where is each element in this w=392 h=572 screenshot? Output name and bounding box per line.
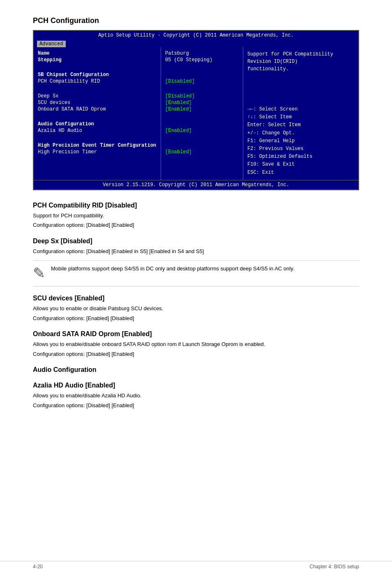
section-deep-sx-p1: Configuration options: [Disabled] [Enabl… <box>33 247 359 256</box>
bios-tab-row: Advanced <box>34 40 358 47</box>
bios-keys-section: →←: Select Screen ↑↓: Select Item Enter:… <box>247 106 354 177</box>
bios-azalia-label: Azalia HD Audio <box>38 128 157 134</box>
bios-spacer-3 <box>38 113 157 119</box>
bios-mid-spacer-1 <box>165 64 239 69</box>
bios-mid-spacer-3 <box>165 113 239 119</box>
section-onboard-sata: Onboard SATA RAID Oprom [Enabled] Allows… <box>33 330 359 358</box>
section-deep-sx-heading: Deep Sx [Disabled] <box>33 238 359 245</box>
section-scu-devices-p2: Configuration options: [Enabled] [Disabl… <box>33 314 359 323</box>
bios-key-f1: F1: General Help <box>247 137 354 145</box>
bios-name-value: Patsburg <box>165 51 239 56</box>
bios-audio-section: Audio Configuration <box>38 121 157 127</box>
bios-left-column: Name Stepping SB Chipset Configuration P… <box>34 47 161 180</box>
section-azalia-hd-heading: Azalia HD Audio [Enabled] <box>33 382 359 389</box>
note-icon: ✎ <box>33 265 45 282</box>
bios-stepping-label: Stepping <box>38 57 157 63</box>
bios-body: Name Stepping SB Chipset Configuration P… <box>34 47 358 180</box>
bios-help-line-2: Revision ID(CRID) <box>247 58 354 65</box>
bios-name-label: Name <box>38 51 157 56</box>
bios-screenshot: Aptio Setup Utility - Copyright (C) 2011… <box>33 30 359 190</box>
bios-deep-sx-value: [Disabled] <box>165 93 239 99</box>
bios-stepping-value: 05 (C0 Stepping) <box>165 57 239 63</box>
section-audio-config: Audio Configuration <box>33 366 359 374</box>
bios-spacer-4 <box>38 134 157 140</box>
bios-azalia-value: [Enabled] <box>165 128 239 134</box>
section-scu-devices-p1: Allows you to enable or disable Patsburg… <box>33 304 359 313</box>
bios-key-select-screen: →←: Select Screen <box>247 106 354 113</box>
bios-key-select-item: ↑↓: Select Item <box>247 113 354 121</box>
bios-mid-spacer-2 <box>165 85 239 91</box>
bios-key-change-opt: +/-: Change Opt. <box>247 129 354 137</box>
bios-hpet-section: High Precision Event Timer Configuration <box>38 143 157 148</box>
bios-sb-section: SB Chipset Configuration <box>38 72 157 78</box>
deep-sx-note-box: ✎ Mobile platforms support deep S4/S5 in… <box>33 260 359 286</box>
bios-mid-spacer-4 <box>165 134 239 140</box>
bios-help-text: Support for PCH Compatibility Revision I… <box>247 51 354 73</box>
bios-key-esc: ESC: Exit <box>247 169 354 177</box>
bios-mid-column: Patsburg 05 (C0 Stepping) [Disabled] [Di… <box>161 47 243 180</box>
bios-help-line-1: Support for PCH Compatibility <box>247 51 354 58</box>
bios-mid-spacer-audio <box>165 121 239 127</box>
footer-page-num: 4-20 <box>33 564 43 570</box>
section-scu-devices: SCU devices [Enabled] Allows you to enab… <box>33 295 359 322</box>
bios-mid-spacer-hpet <box>165 143 239 148</box>
bios-footer: Version 2.15.1219. Copyright (C) 2011 Am… <box>34 180 358 189</box>
section-azalia-hd: Azalia HD Audio [Enabled] Allows you to … <box>33 382 359 409</box>
bios-scu-value: [Enabled] <box>165 100 239 106</box>
section-scu-devices-heading: SCU devices [Enabled] <box>33 295 359 302</box>
section-pch-compat-rid-p1: Support for PCH compatibility. <box>33 212 359 220</box>
bios-deep-sx-label: Deep Sx <box>38 93 157 99</box>
bios-onboard-sata-label: Onboard SATA RAID Oprom <box>38 106 157 112</box>
bios-key-f10: F10: Save & Exit <box>247 161 354 168</box>
bios-pch-compat-value: [Disabled] <box>165 78 239 84</box>
bios-onboard-sata-value: [Enabled] <box>165 106 239 112</box>
bios-spacer-2 <box>38 85 157 91</box>
footer-chapter: Chapter 4: BIOS setup <box>309 564 359 570</box>
bios-mid-spacer-sb <box>165 72 239 78</box>
deep-sx-note-text: Mobile platforms support deep S4/S5 in D… <box>51 265 294 273</box>
bios-tab-advanced[interactable]: Advanced <box>37 41 66 47</box>
section-azalia-hd-p1: Allows you to enable/disable Azalia HD A… <box>33 392 359 400</box>
section-onboard-sata-p2: Configuration options: [Disabled] [Enabl… <box>33 350 359 358</box>
bios-key-f2: F2: Previous Values <box>247 145 354 153</box>
section-azalia-hd-p2: Configuration options: [Disabled] [Enabl… <box>33 401 359 410</box>
bios-help-line-3: functionality. <box>247 65 354 73</box>
bios-pch-compat-label: PCH Compatibility RID <box>38 78 157 84</box>
footer-bar: 4-20 Chapter 4: BIOS setup <box>0 561 392 572</box>
section-pch-compat-rid-p2: Configuration options: [Disabled] [Enabl… <box>33 221 359 229</box>
section-audio-config-heading: Audio Configuration <box>33 366 359 374</box>
section-onboard-sata-p1: Allows you to enable/disable onboard SAT… <box>33 340 359 348</box>
bios-scu-label: SCU devices <box>38 100 157 106</box>
bios-key-enter: Enter: Select Item <box>247 121 354 129</box>
section-onboard-sata-heading: Onboard SATA RAID Oprom [Enabled] <box>33 330 359 338</box>
bios-right-column: Support for PCH Compatibility Revision I… <box>243 47 358 180</box>
bios-hpet-label: High Precision Timer <box>38 149 157 155</box>
bios-hpet-value: [Enabled] <box>165 149 239 155</box>
section-pch-compat-rid-heading: PCH Compatibility RID [Disabled] <box>33 202 359 209</box>
section-pch-compat-rid: PCH Compatibility RID [Disabled] Support… <box>33 202 359 229</box>
bios-key-f5: F5: Optimized Defaults <box>247 153 354 161</box>
bios-header: Aptio Setup Utility - Copyright (C) 2011… <box>34 31 358 40</box>
page-title: PCH Configuration <box>33 16 359 25</box>
bios-spacer-1 <box>38 64 157 69</box>
section-deep-sx: Deep Sx [Disabled] Configuration options… <box>33 238 359 287</box>
